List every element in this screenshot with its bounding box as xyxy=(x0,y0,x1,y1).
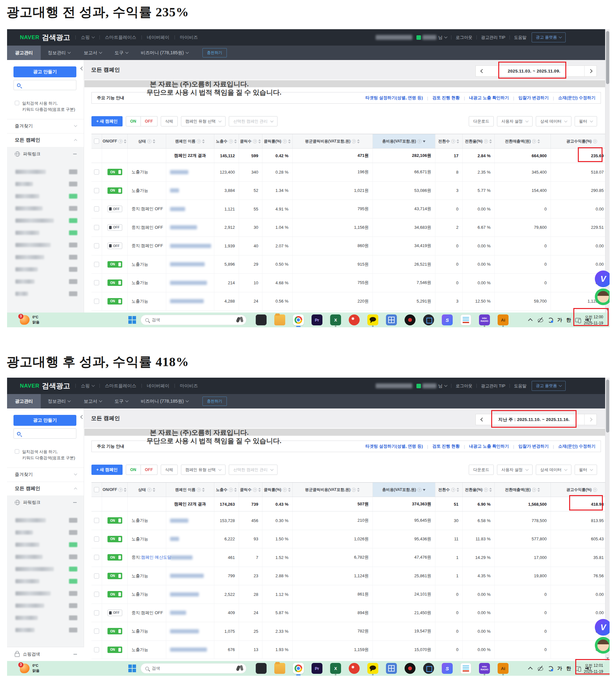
sort-icon[interactable] xyxy=(258,139,261,143)
row-checkbox[interactable] xyxy=(94,592,99,597)
column-header[interactable]: 전환율(%) xyxy=(463,483,495,497)
tab-reports[interactable]: 보고서 xyxy=(84,399,102,404)
chrome-icon[interactable] xyxy=(293,314,304,325)
sort-icon[interactable] xyxy=(153,139,156,143)
charge-button[interactable]: 충전하기 xyxy=(202,397,227,406)
column-header[interactable]: 클릭수 xyxy=(239,134,263,148)
scrollbar-thumb[interactable] xyxy=(606,380,609,432)
sort-icon[interactable] xyxy=(202,139,205,143)
media-icon[interactable] xyxy=(349,663,360,674)
sidebar-powerlink[interactable]: 파워링크 xyxy=(7,147,84,161)
sort-icon[interactable] xyxy=(489,488,492,492)
sort-icon[interactable] xyxy=(537,488,540,492)
tab-bizmoney[interactable]: 비즈머니 (778,185원) xyxy=(141,399,188,404)
sidebar-search[interactable] xyxy=(13,428,76,439)
table-row[interactable]: ON노출가능799232.88 %1,124원25,861원14.35 %19,… xyxy=(91,567,605,586)
user-settings-button[interactable]: 사용자 설정 xyxy=(497,116,533,126)
sidebar-search-input[interactable] xyxy=(23,83,68,87)
column-header[interactable]: ON/OFF xyxy=(102,134,128,148)
help-icon[interactable] xyxy=(352,488,356,492)
weather-widget[interactable]: 3 0°C 맑음 xyxy=(20,315,39,325)
sidebar-search-input[interactable] xyxy=(23,431,68,436)
chat-widget-consultant[interactable] xyxy=(595,637,610,653)
onoff-toggle[interactable]: ON xyxy=(108,261,122,268)
collapse-icon[interactable] xyxy=(74,654,77,654)
weather-widget[interactable]: 3 0°C 맑음 xyxy=(20,663,39,674)
ad-platform-button[interactable]: 광고 플랫폼 xyxy=(532,32,566,42)
match-search-checkbox[interactable] xyxy=(15,449,19,454)
kakaotalk-icon[interactable] xyxy=(368,314,378,325)
sidebar-campaign-item[interactable] xyxy=(7,227,84,239)
row-checkbox[interactable] xyxy=(94,647,99,652)
onoff-toggle[interactable]: ON xyxy=(108,517,122,524)
help-icon[interactable] xyxy=(417,139,422,143)
campaign-type-select[interactable]: 캠페인 유형 선택 xyxy=(181,465,226,475)
ad-tip-link[interactable]: 광고관리 TIP xyxy=(481,383,505,389)
campaign-name-cell[interactable] xyxy=(166,274,214,292)
vertical-scrollbar[interactable] xyxy=(605,378,610,661)
sort-desc-icon[interactable] xyxy=(423,488,426,492)
new-campaign-button[interactable]: + 새 캠페인 xyxy=(91,465,122,475)
bid-change-link[interactable]: 입찰가 변경하기 xyxy=(509,95,549,101)
row-checkbox[interactable] xyxy=(94,299,99,304)
help-icon[interactable] xyxy=(283,139,287,143)
row-checkbox[interactable] xyxy=(94,243,99,248)
onoff-toggle[interactable]: ON xyxy=(108,169,122,175)
help-icon[interactable] xyxy=(147,139,151,143)
table-row[interactable]: ON노출가능5,896290.50 %915원26,521원00.00 %00.… xyxy=(91,255,605,274)
excel-icon[interactable]: X xyxy=(330,663,341,674)
hidden-items-icon[interactable] xyxy=(537,666,543,671)
sort-desc-icon[interactable] xyxy=(423,139,426,143)
column-header[interactable]: 평균클릭비용(VAT포함,원) xyxy=(293,134,373,148)
service-name[interactable]: 검색광고 xyxy=(42,381,70,391)
premiere-icon[interactable]: Pr xyxy=(311,314,322,325)
tablet-icon[interactable] xyxy=(256,314,267,325)
help-icon[interactable] xyxy=(253,139,257,143)
sort-icon[interactable] xyxy=(258,488,261,492)
nav-shopping[interactable]: 쇼핑 xyxy=(81,383,94,389)
help-icon[interactable] xyxy=(283,488,287,492)
sidebar-campaign-item[interactable] xyxy=(7,165,84,178)
column-header[interactable]: 전환매출액(원) xyxy=(495,134,551,148)
sidebar-favorites[interactable]: 즐겨찾기 xyxy=(7,119,84,133)
column-header[interactable]: 상태 xyxy=(128,483,166,497)
selected-campaign-manage[interactable]: 선택한 캠페인 관리 xyxy=(229,116,277,126)
column-header[interactable]: 전환매출액(원) xyxy=(495,483,551,497)
sapp-icon[interactable]: S xyxy=(442,314,453,325)
download-button[interactable]: 다운로드 xyxy=(469,465,494,475)
campaign-name-cell[interactable] xyxy=(166,549,214,567)
tab-ad-management[interactable]: 광고관리 xyxy=(7,45,41,60)
help-icon[interactable] xyxy=(147,488,151,492)
campaign-type-select[interactable]: 캠페인 유형 선택 xyxy=(181,116,226,126)
campaign-name-cell[interactable] xyxy=(166,163,214,181)
row-checkbox[interactable] xyxy=(94,170,99,175)
detail-data-button[interactable]: 상세 데이터 xyxy=(536,465,571,475)
tab-ad-management[interactable]: 광고관리 xyxy=(7,394,41,409)
onoff-toggle[interactable]: ON xyxy=(108,646,122,653)
select-all-checkbox[interactable] xyxy=(94,487,99,492)
targeting-link[interactable]: 타겟팅 설정하기(성별, 연령 등) xyxy=(365,95,423,101)
nav-smartplace[interactable]: 스마트플레이스 xyxy=(105,383,137,389)
table-row[interactable]: ON노출가능6,222931.50 %1,026원95,436원1111.83 … xyxy=(91,530,605,549)
row-checkbox[interactable] xyxy=(94,188,99,193)
onoff-toggle[interactable]: ON xyxy=(108,279,122,286)
column-header[interactable]: 전환율(%) xyxy=(463,134,495,148)
chrome-icon[interactable] xyxy=(293,663,304,674)
taskbar-search[interactable]: 검색 xyxy=(141,663,246,674)
onoff-toggle[interactable]: ON xyxy=(108,554,122,561)
tab-reports[interactable]: 보고서 xyxy=(84,50,102,56)
sort-icon[interactable] xyxy=(288,139,291,143)
vertical-scrollbar[interactable] xyxy=(605,29,610,312)
premiere-icon[interactable]: Pr xyxy=(311,663,322,674)
help-icon[interactable] xyxy=(484,488,488,492)
windows-start-button[interactable] xyxy=(128,665,136,672)
onoff-toggle[interactable]: ON xyxy=(108,591,122,598)
column-header[interactable]: 전환수 xyxy=(435,134,463,148)
campaign-name-cell[interactable] xyxy=(166,182,214,200)
photoeditor-icon[interactable] xyxy=(423,314,434,325)
ad-exposure-link[interactable]: 내광고 노출 확인하기 xyxy=(460,95,509,101)
tab-info-management[interactable]: 정보관리 xyxy=(48,399,70,404)
onoff-toggle[interactable]: OFF xyxy=(108,224,122,231)
new-campaign-button[interactable]: + 새 캠페인 xyxy=(91,116,122,126)
campaign-name-cell[interactable] xyxy=(166,641,214,659)
